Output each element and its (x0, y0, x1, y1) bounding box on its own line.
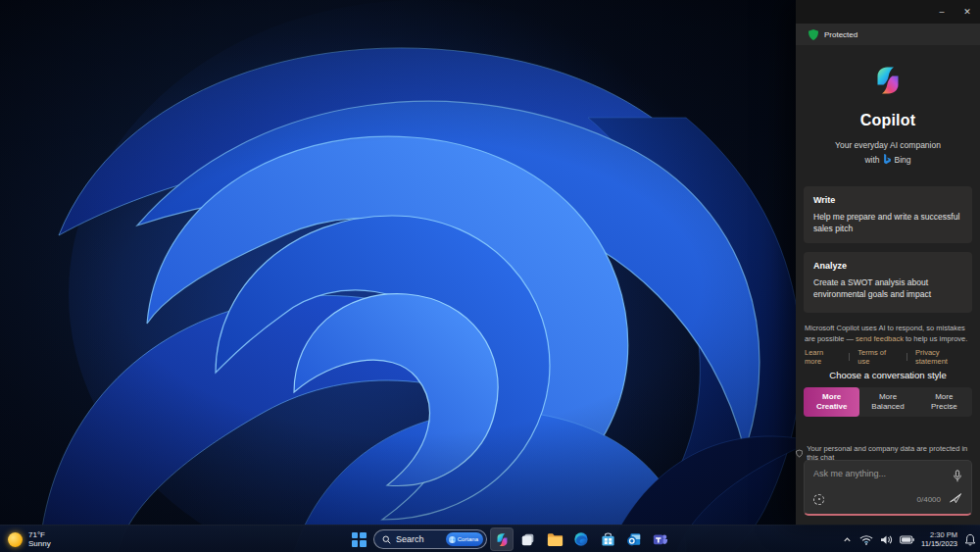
privacy-statement-link[interactable]: Privacy statement (915, 348, 972, 366)
system-tray: 2:30 PM 11/15/2023 (842, 526, 976, 552)
hidden-icons-chevron-icon[interactable] (842, 534, 853, 545)
protected-label: Protected (824, 30, 858, 39)
clock-time: 2:30 PM (930, 530, 957, 539)
card-title: Analyze (813, 261, 962, 271)
taskbar-app-microsoft-store[interactable] (596, 527, 619, 551)
taskbar-app-copilot[interactable] (490, 527, 514, 551)
learn-more-link[interactable]: Learn more (805, 348, 841, 366)
weather-condition: Sunny (28, 539, 51, 548)
close-button[interactable]: ✕ (955, 0, 980, 24)
terms-of-use-link[interactable]: Terms of use (858, 348, 899, 366)
copilot-panel: – ✕ Protected (796, 0, 980, 525)
copilot-icon (494, 531, 511, 548)
teams-icon (653, 531, 668, 547)
style-more-balanced[interactable]: More Balanced (859, 387, 915, 417)
start-button[interactable] (347, 527, 370, 551)
clock-widget[interactable]: 2:30 PM 11/15/2023 (921, 530, 957, 548)
search-highlight-badge[interactable]: Cortana (446, 532, 483, 546)
minimize-icon: – (939, 7, 944, 17)
style-more-creative[interactable]: More Creative (804, 387, 859, 417)
card-body: Create a SWOT analysis about environment… (813, 277, 962, 301)
close-icon: ✕ (963, 7, 971, 17)
conversation-style-heading: Choose a conversation style (796, 370, 980, 380)
bing-icon (883, 154, 892, 165)
copilot-titlebar: – ✕ (796, 0, 980, 24)
taskbar: 71°F Sunny Search Cortana (0, 525, 980, 552)
wifi-icon[interactable] (859, 534, 873, 545)
notification-bell-icon[interactable] (964, 533, 976, 546)
disclaimer-text-end: to help us improve. (904, 334, 967, 343)
card-body: Help me prepare and write a successful s… (813, 212, 962, 235)
clock-date: 11/15/2023 (921, 539, 957, 548)
taskbar-app-teams[interactable] (649, 527, 672, 551)
bing-label: Bing (895, 155, 911, 165)
search-label: Search (396, 534, 424, 544)
input-bottom-row: 0/4000 (813, 490, 962, 508)
shield-icon (808, 29, 818, 40)
with-bing-line: with Bing (796, 154, 980, 165)
link-divider (849, 353, 850, 361)
search-icon (382, 535, 391, 544)
microphone-icon[interactable] (953, 469, 962, 486)
taskbar-center: Search Cortana (347, 526, 672, 552)
search-box[interactable]: Search Cortana (373, 529, 487, 549)
file-explorer-icon (547, 532, 564, 547)
desktop: – ✕ Protected (0, 0, 980, 552)
protected-status-bar: Protected (796, 24, 980, 45)
footer-links: Learn more Terms of use Privacy statemen… (805, 348, 972, 366)
search-badge-label: Cortana (458, 536, 478, 542)
task-view-icon (520, 531, 536, 547)
char-counter: 0/4000 (917, 495, 949, 504)
weather-temperature: 71°F (28, 530, 51, 539)
ai-disclaimer: Microsoft Copilot uses AI to respond, so… (805, 324, 972, 344)
send-feedback-link[interactable]: send feedback (856, 334, 904, 343)
minimize-button[interactable]: – (929, 0, 955, 24)
with-label: with (864, 155, 879, 165)
copilot-logo-icon (870, 63, 906, 102)
suggestion-card-write[interactable]: Write Help me prepare and write a succes… (804, 186, 972, 243)
link-divider (906, 353, 907, 361)
edge-icon (573, 531, 589, 547)
sun-icon (8, 532, 23, 547)
send-icon[interactable] (949, 490, 962, 508)
card-title: Write (813, 195, 962, 205)
chat-input[interactable] (813, 469, 946, 478)
outlook-icon (626, 531, 642, 547)
taskbar-app-outlook[interactable] (622, 527, 646, 551)
copilot-subtitle: Your everyday AI companion (796, 140, 980, 150)
battery-icon[interactable] (900, 535, 914, 544)
weather-widget[interactable]: 71°F Sunny (8, 526, 51, 552)
speaker-icon[interactable] (880, 534, 893, 545)
conversation-style-toggle: More Creative More Balanced More Precise (804, 387, 972, 417)
windows-logo-icon (352, 532, 367, 547)
shield-outline-icon (796, 449, 803, 458)
chat-input-box: 0/4000 (804, 460, 972, 516)
microsoft-store-icon (601, 531, 615, 547)
taskbar-app-task-view[interactable] (516, 527, 540, 551)
style-more-precise[interactable]: More Precise (916, 387, 972, 417)
search-highlight-icon (449, 536, 456, 543)
taskbar-app-edge[interactable] (569, 527, 593, 551)
copilot-title: Copilot (796, 112, 980, 129)
suggestion-card-analyze[interactable]: Analyze Create a SWOT analysis about env… (804, 252, 972, 313)
taskbar-app-file-explorer[interactable] (543, 527, 566, 551)
add-image-icon[interactable] (813, 494, 824, 505)
